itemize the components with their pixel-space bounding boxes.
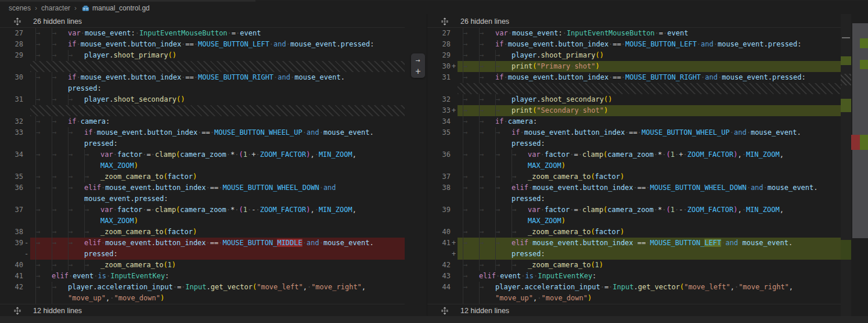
code-token: ) bbox=[608, 95, 612, 103]
line-number[interactable]: 31 bbox=[0, 94, 23, 105]
line-number[interactable]: 33 bbox=[0, 127, 23, 138]
code-line: 42→→→→_zoom_camera_to(1) bbox=[427, 260, 841, 271]
line-content: pressed: bbox=[30, 138, 405, 149]
code-line-wrap: mouse_event.pressed: bbox=[0, 193, 405, 204]
hidden-lines-expander-top[interactable]: 26 hidden lines bbox=[427, 15, 841, 28]
code-token: · bbox=[315, 206, 319, 214]
line-number[interactable]: 42 bbox=[427, 260, 451, 271]
code-token: . bbox=[206, 283, 210, 291]
code-token: , bbox=[780, 206, 784, 214]
code-token: = bbox=[232, 29, 236, 37]
code-token: 1 bbox=[243, 206, 247, 214]
horizontal-scrollbar-track[interactable] bbox=[0, 316, 868, 323]
minimap[interactable] bbox=[841, 14, 851, 323]
code-token: 1 bbox=[595, 261, 599, 269]
line-number[interactable]: 38 bbox=[0, 227, 23, 238]
scrollbar-thumb[interactable] bbox=[852, 23, 868, 238]
line-number[interactable]: 33 bbox=[427, 105, 451, 116]
line-content: →elif·event·is·InputEventKey: bbox=[458, 271, 841, 282]
code-token: Input bbox=[613, 283, 633, 291]
line-number[interactable]: 38 bbox=[427, 182, 451, 193]
diff-sign bbox=[23, 171, 30, 182]
line-number[interactable]: 36 bbox=[0, 182, 23, 193]
diff-pane-modified: 26 hidden lines 27→→var·mouse_event:·Inp… bbox=[427, 14, 841, 323]
ruler-added-mark bbox=[860, 60, 868, 69]
code-token: and bbox=[705, 73, 718, 81]
line-number[interactable]: 41 bbox=[0, 271, 23, 282]
indent-guide bbox=[84, 216, 100, 227]
code-line: 33→→→if·mouse_event.button_index·==·MOUS… bbox=[0, 127, 405, 138]
line-number[interactable]: 29 bbox=[0, 50, 23, 61]
stage-change-plus-button[interactable]: + bbox=[412, 66, 424, 77]
code-token: and bbox=[726, 239, 739, 247]
line-number[interactable]: 34 bbox=[427, 116, 451, 127]
line-number[interactable]: 37 bbox=[427, 171, 451, 182]
diff-sign bbox=[23, 182, 30, 193]
line-number[interactable]: 29 bbox=[427, 50, 451, 61]
hidden-lines-expander-top[interactable]: 26 hidden lines bbox=[0, 15, 405, 28]
code-token: "move_down" bbox=[114, 294, 160, 302]
line-number[interactable]: 35 bbox=[0, 171, 23, 182]
breadcrumb-folder-scenes[interactable]: scenes bbox=[9, 4, 31, 12]
line-number[interactable]: 36 bbox=[427, 149, 451, 160]
code-token: . bbox=[93, 283, 97, 291]
line-number[interactable]: 35 bbox=[427, 127, 451, 138]
code-token: == bbox=[629, 128, 637, 137]
line-number[interactable]: 31 bbox=[427, 72, 451, 83]
revert-change-arrow-button[interactable]: → bbox=[412, 54, 424, 66]
code-token: pressed bbox=[768, 40, 798, 48]
code-line-wrap: pressed: bbox=[0, 138, 405, 149]
line-number[interactable]: 40 bbox=[427, 227, 451, 238]
line-number[interactable]: 28 bbox=[0, 39, 23, 50]
code-token: event bbox=[240, 29, 261, 37]
code-token: camera_zoom bbox=[180, 206, 226, 214]
line-number[interactable]: 40 bbox=[0, 260, 23, 271]
line-number[interactable]: 27 bbox=[427, 28, 451, 39]
diff-sign bbox=[451, 149, 458, 160]
code-token: _zoom_camera_to bbox=[100, 261, 163, 269]
code-token: · bbox=[541, 206, 545, 214]
code-token: : bbox=[541, 195, 545, 203]
breadcrumb-folder-character[interactable]: character bbox=[41, 4, 70, 12]
indent-guide: → bbox=[463, 227, 479, 238]
code-line: 37→→→→var·factor·=·clamp(camera_zoom·*·(… bbox=[0, 204, 405, 216]
line-number[interactable]: 28 bbox=[427, 39, 451, 50]
indent-guide: → bbox=[84, 149, 100, 160]
line-number[interactable]: 44 bbox=[427, 282, 451, 293]
godot-file-icon bbox=[82, 5, 89, 12]
line-number[interactable]: 32 bbox=[0, 116, 23, 127]
line-content: MAX_ZOOM) bbox=[458, 216, 841, 227]
line-number[interactable]: 27 bbox=[0, 28, 23, 39]
indent-guide bbox=[68, 160, 84, 171]
code-token: if bbox=[495, 117, 503, 125]
line-number[interactable]: 37 bbox=[0, 204, 23, 216]
line-number[interactable]: 32 bbox=[427, 94, 451, 105]
breadcrumb-filename[interactable]: manual_control.gd bbox=[92, 4, 150, 12]
line-number[interactable]: 30 bbox=[427, 61, 451, 72]
code-token: · bbox=[255, 150, 260, 159]
line-number[interactable]: 30 bbox=[0, 72, 23, 83]
unfold-icon bbox=[441, 307, 449, 315]
code-line: 35→→→if·mouse_event.button_index·==·MOUS… bbox=[427, 127, 841, 138]
line-number[interactable]: 43 bbox=[427, 271, 451, 282]
indent-guide bbox=[495, 160, 512, 171]
line-number[interactable]: 39 bbox=[0, 238, 23, 249]
code-line-wrap: pressed: bbox=[427, 193, 841, 204]
line-content bbox=[458, 83, 841, 94]
indent-guide: → bbox=[479, 116, 495, 127]
hidden-lines-label: 12 hidden lines bbox=[33, 307, 82, 315]
code-token: clamp bbox=[582, 206, 603, 214]
line-number[interactable]: 42 bbox=[0, 282, 23, 293]
code-line: 29→→→player.shoot_primary() bbox=[0, 50, 405, 61]
indent-guide: → bbox=[52, 28, 68, 39]
line-number[interactable]: 41 bbox=[427, 238, 451, 249]
code-token: clamp bbox=[155, 206, 176, 214]
hidden-lines-expander-bottom[interactable]: 12 hidden lines bbox=[0, 304, 405, 317]
line-number[interactable]: 39 bbox=[427, 204, 451, 216]
line-number[interactable]: 34 bbox=[0, 149, 23, 160]
code-token: shoot_secondary bbox=[541, 95, 604, 103]
indent-guide: → bbox=[68, 149, 84, 160]
code-token: if bbox=[68, 40, 76, 48]
hidden-lines-expander-bottom[interactable]: 12 hidden lines bbox=[427, 304, 841, 317]
code-token: get_vector bbox=[638, 283, 680, 291]
